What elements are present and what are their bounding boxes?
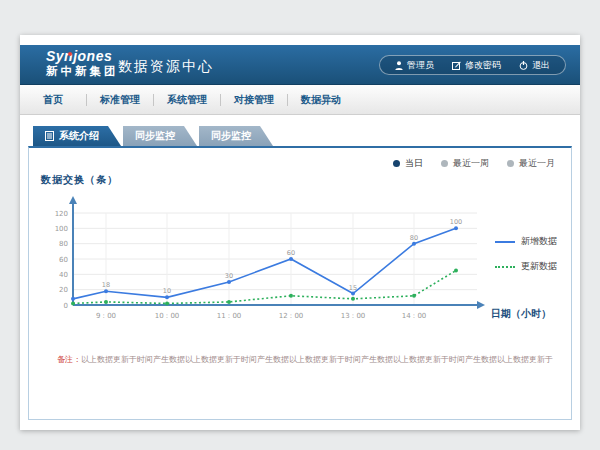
- radio-unselected-icon: [507, 160, 514, 167]
- user-icon: [395, 61, 403, 70]
- svg-text:12 : 00: 12 : 00: [279, 312, 304, 320]
- footnote-prefix: 备注：: [57, 355, 81, 364]
- logout-button[interactable]: 退出: [510, 59, 559, 72]
- current-user-button[interactable]: 管理员: [386, 59, 443, 72]
- main-nav: 首页 标准管理 系统管理 对接管理 数据异动: [20, 85, 580, 115]
- x-axis-title: 日期（小时）: [491, 307, 551, 321]
- logo: Synjones 新中新集团: [46, 49, 119, 79]
- tab-system-intro[interactable]: 系统介绍: [33, 126, 121, 146]
- tab-bar: 系统介绍 同步监控 同步监控: [33, 126, 275, 146]
- svg-text:80: 80: [410, 234, 418, 242]
- logo-text-en: Synjones: [46, 49, 119, 64]
- svg-text:0: 0: [64, 302, 68, 310]
- svg-text:120: 120: [55, 210, 68, 218]
- legend-item-updated-data[interactable]: 更新数据: [495, 260, 557, 273]
- svg-text:13 : 00: 13 : 00: [341, 312, 366, 320]
- app-header: Synjones 新中新集团 数据资源中心 管理员 修改密码 退出: [20, 45, 580, 85]
- svg-text:10 : 00: 10 : 00: [155, 312, 180, 320]
- radio-label: 最近一月: [519, 157, 555, 170]
- radio-selected-icon: [393, 160, 400, 167]
- y-axis-title: 数据交换（条）: [41, 173, 118, 187]
- tab-label: 同步监控: [135, 126, 175, 146]
- change-password-label: 修改密码: [465, 59, 501, 72]
- svg-text:60: 60: [287, 249, 295, 257]
- tab-sync-monitor-1[interactable]: 同步监控: [123, 126, 197, 146]
- svg-text:9 : 00: 9 : 00: [96, 312, 116, 320]
- svg-text:14 : 00: 14 : 00: [402, 312, 427, 320]
- svg-text:10: 10: [163, 287, 171, 295]
- user-toolbar: 管理员 修改密码 退出: [379, 55, 566, 75]
- svg-text:30: 30: [225, 272, 233, 280]
- svg-text:40: 40: [59, 271, 68, 279]
- edit-icon: [452, 61, 461, 70]
- radio-label: 最近一周: [453, 157, 489, 170]
- radio-last-month[interactable]: 最近一月: [507, 157, 555, 170]
- svg-text:11 : 00: 11 : 00: [217, 312, 242, 320]
- nav-item-system-mgmt[interactable]: 系统管理: [154, 93, 220, 107]
- svg-text:100: 100: [450, 218, 462, 226]
- app-window: Synjones 新中新集团 数据资源中心 管理员 修改密码 退出 首页 标准管…: [20, 35, 580, 430]
- svg-text:100: 100: [55, 225, 68, 233]
- footnote-text: 以上数据更新于时间产生数据以上数据更新于时间产生数据以上数据更新于时间产生数据以…: [81, 355, 553, 364]
- tab-sync-monitor-2[interactable]: 同步监控: [199, 126, 273, 146]
- radio-label: 当日: [405, 157, 423, 170]
- legend-label: 新增数据: [521, 235, 557, 248]
- page-title: 数据资源中心: [118, 58, 214, 76]
- radio-today[interactable]: 当日: [393, 157, 423, 170]
- logout-label: 退出: [532, 59, 550, 72]
- chart-legend: 新增数据 更新数据: [495, 235, 557, 273]
- logo-red-dot-icon: [68, 52, 72, 56]
- nav-item-standard-mgmt[interactable]: 标准管理: [87, 93, 153, 107]
- line-chart: 0204060801001209 : 0010 : 0011 : 0012 : …: [31, 192, 491, 327]
- power-icon: [519, 61, 528, 70]
- tab-label: 系统介绍: [59, 126, 99, 146]
- svg-text:15: 15: [349, 284, 357, 292]
- radio-last-week[interactable]: 最近一周: [441, 157, 489, 170]
- footnote: 备注：以上数据更新于时间产生数据以上数据更新于时间产生数据以上数据更新于时间产生…: [57, 354, 563, 365]
- time-range-filter: 当日 最近一周 最近一月: [393, 157, 555, 170]
- legend-label: 更新数据: [521, 260, 557, 273]
- svg-text:60: 60: [59, 256, 68, 264]
- nav-item-data-change[interactable]: 数据异动: [288, 93, 354, 107]
- svg-text:20: 20: [59, 286, 68, 294]
- nav-item-home[interactable]: 首页: [20, 93, 86, 107]
- radio-unselected-icon: [441, 160, 448, 167]
- chart-panel: 当日 最近一周 最近一月 数据交换（条） 0204060801001209 : …: [28, 146, 572, 420]
- nav-item-interface-mgmt[interactable]: 对接管理: [221, 93, 287, 107]
- dotted-line-icon: [495, 266, 515, 268]
- svg-text:18: 18: [102, 281, 110, 289]
- legend-item-new-data[interactable]: 新增数据: [495, 235, 557, 248]
- tab-label: 同步监控: [211, 126, 251, 146]
- document-icon: [45, 131, 54, 141]
- svg-text:80: 80: [59, 240, 68, 248]
- current-user-label: 管理员: [407, 59, 434, 72]
- change-password-button[interactable]: 修改密码: [443, 59, 510, 72]
- logo-text-cn: 新中新集团: [46, 64, 119, 79]
- solid-line-icon: [495, 241, 515, 243]
